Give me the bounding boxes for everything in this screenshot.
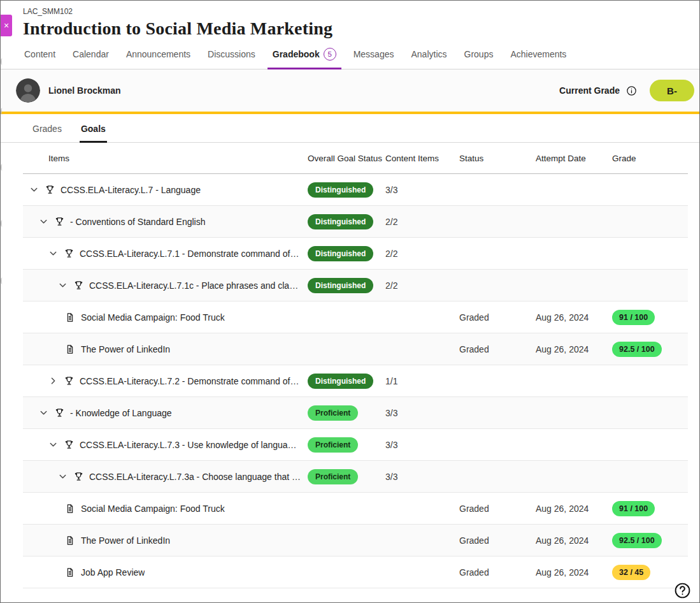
goals-table-body: CCSS.ELA-Literacy.L.7 - LanguageDistingu… [23,174,688,588]
avatar [16,78,40,103]
collapse-row-button[interactable] [55,279,69,293]
item-row[interactable]: The Power of LinkedInGradedAug 26, 20249… [23,333,688,365]
collapse-row-button[interactable] [46,438,60,452]
item-row[interactable]: The Power of LinkedInGradedAug 26, 20249… [23,525,688,556]
content-items-cell: 3/3 [385,472,459,482]
document-icon [65,504,75,514]
goal-status-cell: Distinguished [308,374,385,389]
collapse-row-button[interactable] [36,215,50,229]
trophy-icon [54,407,65,418]
items-cell: Social Media Campaign: Food Truck [23,312,308,323]
course-title: Introduction to Social Media Marketing [23,18,687,39]
document-icon [65,344,75,354]
subtab-goals[interactable]: Goals [80,114,107,142]
trophy-icon [64,439,75,450]
status-cell: Graded [459,567,536,578]
subtab-grades[interactable]: Grades [31,114,63,142]
status-cell: Graded [459,344,536,354]
chevron-right-icon [48,376,58,386]
tab-achievements[interactable]: Achievements [509,45,568,69]
status-cell: Graded [459,312,536,323]
item-label: Social Media Campaign: Food Truck [81,504,225,514]
items-cell: CCSS.ELA-Literacy.L.7.2 - Demonstrate co… [23,374,308,388]
item-row[interactable]: Social Media Campaign: Food TruckGradedA… [23,302,688,333]
goal-status-badge: Distinguished [308,246,373,261]
help-button[interactable] [673,581,692,600]
tab-content[interactable]: Content [23,45,57,69]
goal-status-badge: Proficient [308,405,358,421]
document-icon [65,312,75,323]
tab-groups[interactable]: Groups [463,45,495,69]
tab-discussions[interactable]: Discussions [206,45,257,69]
goal-row: CCSS.ELA-Literacy.L.7.1c - Place phrases… [23,270,688,302]
goal-status-cell: Proficient [308,469,385,484]
items-cell: Social Media Campaign: Food Truck [23,504,308,514]
obscured-sidebar-fragment [1,164,4,171]
goal-label: CCSS.ELA-Literacy.L.7.3a - Choose langua… [89,472,301,482]
tab-label: Messages [354,49,394,59]
collapse-row-button[interactable] [27,183,41,197]
document-icon [65,535,75,546]
info-icon[interactable] [626,85,637,96]
current-grade-pill: B- [650,80,694,101]
help-icon [674,582,691,599]
close-panel-button[interactable]: × [1,15,12,36]
goal-row: CCSS.ELA-Literacy.L.7 - LanguageDistingu… [23,174,688,206]
items-cell: - Conventions of Standard English [23,215,308,229]
grade-cell: 92.5 / 100 [612,342,688,357]
goal-label: CCSS.ELA-Literacy.L.7.3 - Use knowledge … [80,440,301,450]
tab-announcements[interactable]: Announcements [125,45,192,69]
course-header: LAC_SMM102 Introduction to Social Media … [1,1,699,39]
goal-status-badge: Distinguished [308,182,373,198]
goal-status-badge: Distinguished [308,278,373,293]
content-items-cell: 2/2 [385,217,459,227]
chevron-down-icon [39,408,48,418]
course-nav: ContentCalendarAnnouncementsDiscussionsG… [1,45,699,69]
items-cell: CCSS.ELA-Literacy.L.7 - Language [23,183,308,197]
tab-gradebook[interactable]: Gradebook5 [271,45,338,69]
goal-row: CCSS.ELA-Literacy.L.7.3 - Use knowledge … [23,429,688,461]
grade-pill: 91 / 100 [612,501,655,516]
item-row[interactable]: Social Media Campaign: Food TruckGradedA… [23,493,688,525]
tab-label: Content [24,49,55,59]
tab-label: Analytics [411,49,446,59]
item-row[interactable]: Job App ReviewGradedAug 26, 202432 / 45 [23,556,688,588]
attempt-date-cell: Aug 26, 2024 [536,535,612,546]
goal-row: CCSS.ELA-Literacy.L.7.1 - Demonstrate co… [23,238,688,270]
expand-row-button[interactable] [46,374,60,388]
collapse-row-button[interactable] [55,470,69,484]
tab-analytics[interactable]: Analytics [410,45,448,69]
content-items-cell: 2/2 [385,280,459,291]
goal-row: - Knowledge of LanguageProficient3/3 [23,397,688,429]
attempt-date-cell: Aug 26, 2024 [536,312,612,323]
items-cell: CCSS.ELA-Literacy.L.7.1c - Place phrases… [23,279,308,293]
tab-label: Discussions [208,49,255,59]
collapse-row-button[interactable] [46,247,60,261]
items-cell: Job App Review [23,567,308,578]
column-header-overall-goal-status: Overall Goal Status [308,154,385,163]
document-icon [65,567,75,578]
grade-pill: 91 / 100 [612,310,655,325]
item-label: The Power of LinkedIn [81,344,170,354]
tab-label: Announcements [126,49,190,59]
item-label: Job App Review [81,567,145,578]
status-cell: Graded [459,504,536,514]
goal-status-cell: Distinguished [308,182,385,198]
trophy-icon [73,471,84,482]
tab-calendar[interactable]: Calendar [71,45,110,69]
content-items-cell: 3/3 [385,408,459,418]
tab-label: Groups [464,49,494,59]
goal-status-cell: Proficient [308,437,385,453]
gradebook-student-panel: × LAC_SMM102 Introduction to Social Medi… [0,0,700,603]
tab-messages[interactable]: Messages [352,45,396,69]
goal-row: CCSS.ELA-Literacy.L.7.2 - Demonstrate co… [23,365,688,397]
collapse-row-button[interactable] [36,406,50,420]
items-cell: - Knowledge of Language [23,406,308,420]
goal-label: CCSS.ELA-Literacy.L.7.1c - Place phrases… [89,280,301,291]
tab-label: Calendar [73,49,109,59]
items-cell: The Power of LinkedIn [23,344,308,354]
goals-table: ItemsOverall Goal StatusContent ItemsSta… [23,143,688,588]
items-cell: CCSS.ELA-Literacy.L.7.3a - Choose langua… [23,470,308,484]
nav-tabs: ContentCalendarAnnouncementsDiscussionsG… [23,45,699,69]
goals-table-header: ItemsOverall Goal StatusContent ItemsSta… [23,143,688,174]
